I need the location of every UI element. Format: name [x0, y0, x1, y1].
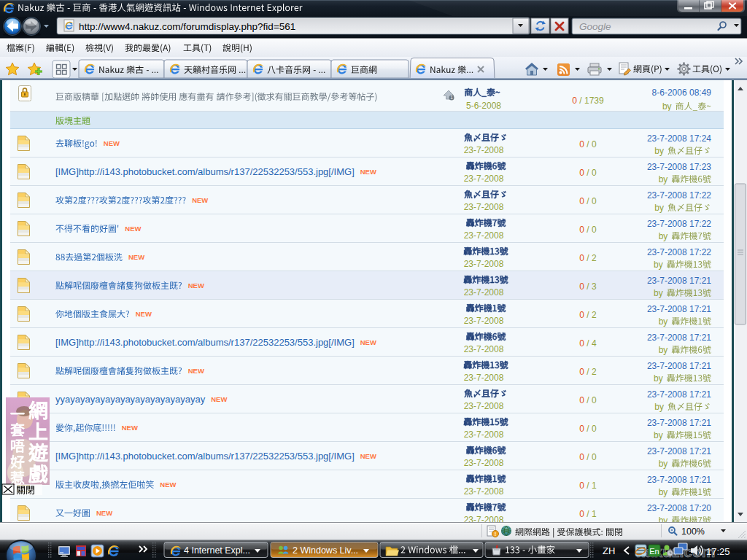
svg-text:http://www4.nakuz.com/forumdis: http://www4.nakuz.com/forumdisplay.php?f…: [79, 21, 295, 32]
svg-text:NEW: NEW: [188, 367, 204, 375]
svg-text:by: by: [659, 174, 668, 184]
svg-text:by: by: [662, 101, 672, 112]
svg-text:23-7-2008: 23-7-2008: [464, 145, 504, 155]
svg-text:23-7-2008 17:23: 23-7-2008 17:23: [647, 162, 711, 172]
svg-text:0 / 0: 0 / 0: [579, 139, 597, 149]
svg-text:23-7-2008 17:22: 23-7-2008 17:22: [647, 247, 711, 257]
svg-text:by: by: [659, 231, 668, 241]
svg-text:NEW: NEW: [136, 310, 152, 318]
svg-text:by: by: [654, 402, 664, 412]
svg-text:NEW: NEW: [360, 338, 376, 346]
svg-text:by: by: [654, 288, 663, 298]
svg-text:NEW: NEW: [188, 281, 204, 289]
svg-text:23-7-2008: 23-7-2008: [464, 259, 504, 269]
svg-text:NEW: NEW: [360, 452, 376, 460]
svg-text:23-7-2008 17:20: 23-7-2008 17:20: [647, 503, 711, 513]
svg-text:0 / 3: 0 / 3: [579, 281, 597, 292]
svg-text:100%: 100%: [681, 526, 705, 537]
svg-text:by: by: [659, 487, 668, 497]
svg-text:23-7-2008: 23-7-2008: [464, 486, 504, 497]
svg-text:0 / 4: 0 / 4: [579, 338, 597, 349]
svg-text:0 / 0: 0 / 0: [579, 168, 597, 178]
svg-text:1: 1: [450, 95, 453, 100]
svg-text:0 / 0: 0 / 0: [579, 424, 597, 434]
svg-text:NEW: NEW: [96, 509, 112, 517]
svg-text:yyayayayayayayayayayayayayayay: yyayayayayayayayayayayayayayay: [55, 394, 206, 405]
svg-text:NEW: NEW: [128, 253, 144, 261]
svg-text:by: by: [654, 373, 663, 384]
svg-text:23-7-2008 17:21: 23-7-2008 17:21: [647, 361, 711, 371]
svg-text:by: by: [654, 260, 663, 270]
svg-text:23-7-2008: 23-7-2008: [464, 230, 504, 241]
svg-text:ZH: ZH: [603, 545, 615, 556]
svg-text:5-6-2008: 5-6-2008: [466, 101, 501, 111]
svg-text:NEW: NEW: [104, 139, 120, 147]
svg-text:23-7-2008 17:21: 23-7-2008 17:21: [647, 332, 711, 343]
svg-text:23-7-2008 17:21: 23-7-2008 17:21: [647, 389, 711, 400]
svg-text:2 Windows Liv...: 2 Windows Liv...: [293, 545, 358, 556]
svg-text:by: by: [659, 345, 668, 355]
svg-text:0 / 1: 0 / 1: [579, 481, 597, 491]
svg-text:!: !: [495, 531, 497, 537]
svg-text:[IMG]http://i143.photobucket.c: [IMG]http://i143.photobucket.com/albums/…: [55, 166, 355, 177]
svg-text:NEW: NEW: [192, 196, 208, 204]
svg-text:8-6-2006 08:49: 8-6-2006 08:49: [652, 88, 712, 98]
svg-text:23-7-2008: 23-7-2008: [464, 373, 504, 383]
svg-text:by: by: [659, 316, 668, 327]
svg-text:En: En: [649, 547, 659, 556]
svg-text:by: by: [659, 459, 668, 469]
svg-text:[IMG]http://i143.photobucket.c: [IMG]http://i143.photobucket.com/albums/…: [55, 451, 355, 462]
svg-text:0 / 2: 0 / 2: [579, 367, 597, 377]
svg-text:0 / 0: 0 / 0: [579, 395, 597, 405]
svg-text:0 / 0: 0 / 0: [579, 452, 597, 462]
svg-text:23-7-2008: 23-7-2008: [464, 429, 504, 440]
svg-text:0 / 1739: 0 / 1739: [572, 96, 604, 106]
svg-text:0 / 0: 0 / 0: [579, 196, 597, 206]
svg-text:NEW: NEW: [122, 424, 138, 432]
svg-text:0 / 2: 0 / 2: [579, 310, 597, 320]
svg-text:23-7-2008: 23-7-2008: [464, 344, 504, 354]
svg-text:23-7-2008: 23-7-2008: [464, 174, 504, 184]
svg-text:by: by: [654, 430, 663, 440]
svg-text:NEW: NEW: [160, 481, 176, 489]
svg-text:23-7-2008 17:22: 23-7-2008 17:22: [647, 219, 711, 229]
svg-text:23-7-2008 17:21: 23-7-2008 17:21: [647, 276, 711, 286]
svg-text:Google: Google: [579, 21, 611, 32]
svg-text:0 / 0: 0 / 0: [579, 225, 597, 235]
svg-text:by: by: [654, 146, 664, 156]
svg-text:23-7-2008: 23-7-2008: [464, 401, 504, 411]
svg-text:by: by: [654, 203, 664, 213]
svg-text:23-7-2008: 23-7-2008: [464, 202, 504, 212]
svg-text:23-7-2008: 23-7-2008: [464, 287, 504, 298]
svg-text:23-7-2008 17:21: 23-7-2008 17:21: [647, 304, 711, 314]
svg-text:23-7-2008 17:21: 23-7-2008 17:21: [647, 418, 711, 428]
svg-text:NEW: NEW: [360, 168, 376, 176]
svg-text:23-7-2008 17:21: 23-7-2008 17:21: [647, 475, 711, 485]
svg-text:NEW: NEW: [125, 225, 141, 233]
svg-text:23-7-2008 17:22: 23-7-2008 17:22: [647, 190, 711, 201]
svg-text:23-7-2008 17:21: 23-7-2008 17:21: [647, 446, 711, 456]
svg-text:17:25: 17:25: [706, 546, 730, 557]
svg-text:NEW: NEW: [211, 395, 227, 403]
svg-text:0 / 2: 0 / 2: [579, 253, 597, 263]
svg-text:23-7-2008 17:24: 23-7-2008 17:24: [647, 133, 711, 144]
svg-text:23-7-2008: 23-7-2008: [464, 316, 504, 326]
svg-text:0 / 1: 0 / 1: [579, 509, 597, 519]
svg-text:23-7-2008: 23-7-2008: [464, 458, 504, 468]
svg-text:4 Internet Expl...: 4 Internet Expl...: [184, 545, 250, 556]
svg-text:[IMG]http://i143.photobucket.c: [IMG]http://i143.photobucket.com/albums/…: [55, 337, 355, 348]
